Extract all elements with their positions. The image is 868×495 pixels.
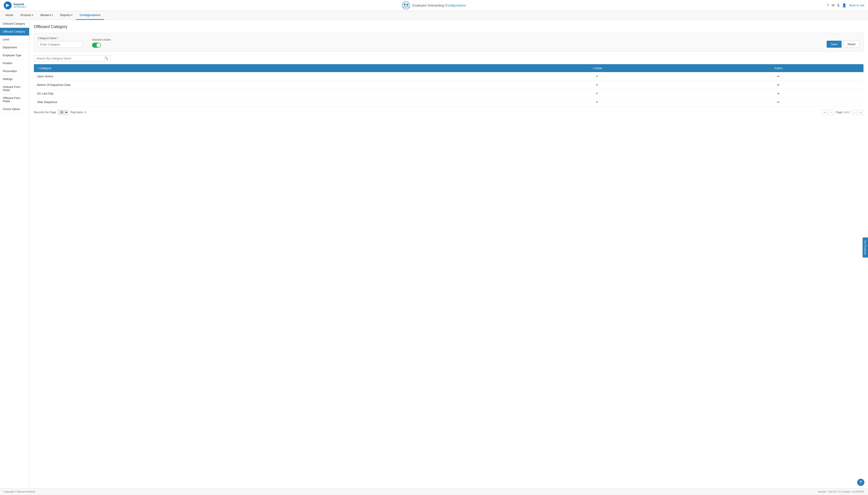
first-page-button[interactable]: « — [822, 109, 828, 115]
cell-active: ✔ — [501, 89, 694, 98]
page-info: Page 1 of 1 — [836, 111, 850, 114]
cell-active: ✔ — [501, 81, 694, 89]
cell-category: After Departure — [34, 98, 501, 106]
nav-item-process[interactable]: Process ▾ — [17, 11, 37, 20]
th-category[interactable]: ↕ Category — [34, 64, 501, 72]
reset-button[interactable]: Reset — [844, 41, 860, 48]
logo-text: beyond INTRANET — [14, 2, 27, 8]
nav-item-masters[interactable]: Masters ▾ — [37, 11, 56, 20]
active-check-icon: ✔ — [596, 83, 599, 87]
logo-area: beyond INTRANET — [4, 1, 27, 10]
th-action: Action — [694, 64, 864, 72]
cell-active: ✔ — [501, 98, 694, 106]
help-button[interactable]: ? — [857, 479, 864, 486]
cell-action: ✏ — [694, 98, 864, 106]
nav-item-home[interactable]: Home — [2, 11, 17, 20]
per-page-select[interactable]: 10 25 50 — [58, 109, 68, 115]
search-bar: 🔍 — [34, 55, 111, 62]
form-panel: Category Name * Active/In-Active Save Re… — [34, 33, 864, 52]
nav-item-reports[interactable]: Reports ▾ — [56, 11, 76, 20]
sidebar-item-position[interactable]: Position — [0, 59, 29, 67]
sidebar-item-department[interactable]: Department — [0, 44, 29, 52]
footer: Copyright © Beyond Intranet Version : Tr… — [0, 488, 868, 495]
active-toggle[interactable] — [92, 43, 101, 48]
back-to-site-link[interactable]: Back to site — [849, 4, 864, 7]
active-check-icon: ✔ — [596, 91, 599, 96]
mail-icon[interactable]: ✉ — [832, 3, 835, 7]
header-title: Employee Onboarding /Configurations — [412, 4, 466, 7]
last-page-button[interactable]: » — [858, 109, 864, 115]
nav-bar: Home Process ▾ Masters ▾ Reports ▾ Confi… — [0, 11, 868, 20]
pagination-row: Records Per Page 10 25 50 Total Items: 4… — [34, 109, 864, 115]
edit-icon[interactable]: ✏ — [777, 92, 780, 96]
active-check-icon: ✔ — [596, 100, 599, 104]
process-arrow-icon: ▾ — [32, 14, 33, 16]
header-right: ? ✉ $ 👤 Back to site — [827, 3, 864, 7]
cell-category: On Last Day — [34, 89, 501, 98]
search-bar-container: 🔍 — [34, 55, 864, 62]
sidebar-item-level[interactable]: Level — [0, 36, 29, 44]
sidebar-item-onboard-category[interactable]: Onboard Category — [0, 20, 29, 28]
th-active[interactable]: ↕ Active — [501, 64, 694, 72]
nav-item-configurations[interactable]: Configurations — [76, 11, 104, 20]
data-table: ↕ Category ↕ Active Action Upon Notice✔✏… — [34, 64, 864, 106]
top-header: beyond INTRANET Employee Onboarding /Con… — [0, 0, 868, 11]
cell-category: Before Of Departure Date — [34, 81, 501, 89]
category-name-label: Category Name * — [38, 37, 83, 40]
masters-arrow-icon: ▾ — [52, 14, 53, 16]
content-area: Offboard Category Category Name * Active… — [29, 20, 868, 488]
edit-icon[interactable]: ✏ — [777, 74, 780, 78]
search-icon: 🔍 — [104, 56, 108, 60]
sidebar: Onboard Category Offboard Category Level… — [0, 20, 29, 488]
prev-page-button[interactable]: ‹ — [829, 109, 834, 115]
form-buttons: Save Reset — [827, 41, 860, 48]
category-name-group: Category Name * — [38, 37, 83, 48]
header-center: Employee Onboarding /Configurations — [402, 1, 466, 10]
category-name-input[interactable] — [38, 41, 83, 48]
version-text: Version : Trial (8.7.5.1) Expiry: 11/25/… — [818, 490, 864, 493]
table-row: On Last Day✔✏ — [34, 89, 864, 98]
reports-arrow-icon: ▾ — [71, 14, 72, 16]
table-row: After Departure✔✏ — [34, 98, 864, 106]
sidebar-item-choice-values[interactable]: Choice Values — [0, 105, 29, 113]
table-row: Before Of Departure Date✔✏ — [34, 81, 864, 89]
save-button[interactable]: Save — [827, 41, 841, 48]
copyright-text: Copyright © Beyond Intranet — [4, 490, 35, 493]
edit-icon[interactable]: ✏ — [777, 83, 780, 87]
employee-onboarding-icon — [402, 1, 410, 10]
help-header-icon[interactable]: ? — [827, 3, 829, 7]
page-title: Offboard Category — [34, 24, 864, 29]
sidebar-item-employee-type[interactable]: Employee Type — [0, 52, 29, 59]
active-label: Active/In-Active — [92, 38, 111, 41]
active-check-icon: ✔ — [596, 74, 599, 78]
sidebar-item-onboard-form-fields[interactable]: Onboard Form Fields — [0, 83, 29, 94]
cell-action: ✏ — [694, 89, 864, 98]
edit-icon[interactable]: ✏ — [777, 100, 780, 104]
search-input[interactable] — [36, 57, 104, 60]
table-header-row: ↕ Category ↕ Active Action — [34, 64, 864, 72]
our-products-tab[interactable]: Our Products — [863, 238, 868, 258]
dollar-icon[interactable]: $ — [837, 3, 839, 7]
main-layout: Onboard Category Offboard Category Level… — [0, 20, 868, 488]
logo-icon — [4, 1, 12, 10]
table-row: Upon Notice✔✏ — [34, 72, 864, 81]
cell-action: ✏ — [694, 72, 864, 81]
pagination-controls: « ‹ Page 1 of 1 › » — [822, 109, 864, 115]
svg-point-3 — [404, 4, 406, 5]
sidebar-item-settings[interactable]: Settings — [0, 75, 29, 83]
total-items-label: Total Items: 4 — [70, 111, 86, 114]
records-per-page-label: Records Per Page — [34, 111, 56, 114]
cell-active: ✔ — [501, 72, 694, 81]
sidebar-item-offboard-category[interactable]: Offboard Category — [0, 28, 29, 36]
person-icon[interactable]: 👤 — [842, 3, 847, 7]
required-indicator: * — [57, 37, 58, 40]
sidebar-item-offboard-form-fields[interactable]: Offboard Form Fields — [0, 94, 29, 105]
sidebar-item-personalize[interactable]: Personalize — [0, 67, 29, 75]
cell-action: ✏ — [694, 81, 864, 89]
cell-category: Upon Notice — [34, 72, 501, 81]
table-body: Upon Notice✔✏Before Of Departure Date✔✏O… — [34, 72, 864, 106]
svg-point-2 — [402, 2, 410, 9]
active-toggle-group: Active/In-Active — [92, 38, 111, 48]
next-page-button[interactable]: › — [852, 109, 857, 115]
